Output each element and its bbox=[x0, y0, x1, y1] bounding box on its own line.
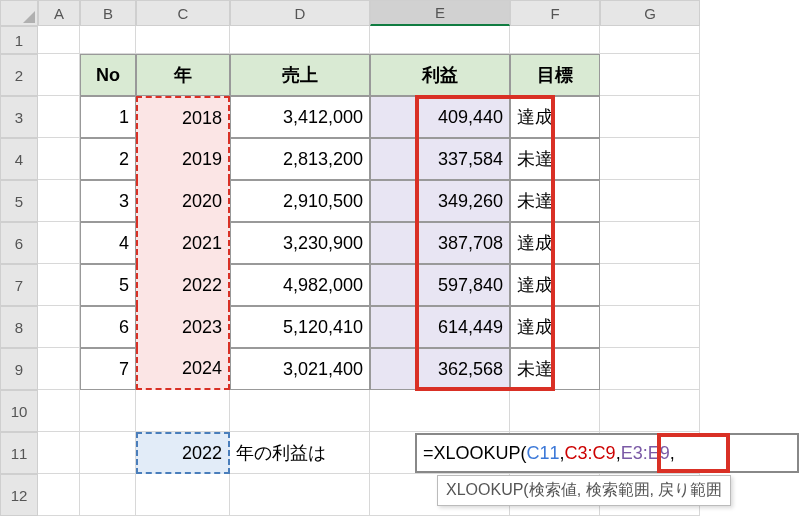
cell-G5[interactable] bbox=[600, 180, 700, 222]
cell-E10[interactable] bbox=[370, 390, 510, 432]
cell-C3[interactable]: 2018 bbox=[136, 96, 230, 138]
cell-A7[interactable] bbox=[38, 264, 80, 306]
cell-B3[interactable]: 1 bbox=[80, 96, 136, 138]
cell-E8[interactable]: 614,449 bbox=[370, 306, 510, 348]
cell-B12[interactable] bbox=[80, 474, 136, 516]
cell-E1[interactable] bbox=[370, 26, 510, 54]
cell-A9[interactable] bbox=[38, 348, 80, 390]
cell-D3[interactable]: 3,412,000 bbox=[230, 96, 370, 138]
cell-E5[interactable]: 349,260 bbox=[370, 180, 510, 222]
cell-C6[interactable]: 2021 bbox=[136, 222, 230, 264]
row-header-11[interactable]: 11 bbox=[0, 432, 38, 474]
cell-A4[interactable] bbox=[38, 138, 80, 180]
cell-C10[interactable] bbox=[136, 390, 230, 432]
row-header-7[interactable]: 7 bbox=[0, 264, 38, 306]
cell-A2[interactable] bbox=[38, 54, 80, 96]
col-header-E[interactable]: E bbox=[370, 0, 510, 26]
cell-B7[interactable]: 5 bbox=[80, 264, 136, 306]
cell-G9[interactable] bbox=[600, 348, 700, 390]
cell-A8[interactable] bbox=[38, 306, 80, 348]
cell-G1[interactable] bbox=[600, 26, 700, 54]
formula-token-arg2: C3:C9 bbox=[565, 443, 616, 464]
row-header-9[interactable]: 9 bbox=[0, 348, 38, 390]
cell-F3[interactable]: 達成 bbox=[510, 96, 600, 138]
cell-D11[interactable]: 年の利益は bbox=[230, 432, 370, 474]
row-header-8[interactable]: 8 bbox=[0, 306, 38, 348]
row-header-3[interactable]: 3 bbox=[0, 96, 38, 138]
cell-E7[interactable]: 597,840 bbox=[370, 264, 510, 306]
header-year[interactable]: 年 bbox=[136, 54, 230, 96]
row-header-4[interactable]: 4 bbox=[0, 138, 38, 180]
cell-E6[interactable]: 387,708 bbox=[370, 222, 510, 264]
cell-G7[interactable] bbox=[600, 264, 700, 306]
cell-F8[interactable]: 達成 bbox=[510, 306, 600, 348]
cell-C5[interactable]: 2020 bbox=[136, 180, 230, 222]
cell-A5[interactable] bbox=[38, 180, 80, 222]
cell-F7[interactable]: 達成 bbox=[510, 264, 600, 306]
col-header-C[interactable]: C bbox=[136, 0, 230, 26]
col-header-F[interactable]: F bbox=[510, 0, 600, 26]
cell-A11[interactable] bbox=[38, 432, 80, 474]
cell-C8[interactable]: 2023 bbox=[136, 306, 230, 348]
cell-C11[interactable]: 2022 bbox=[136, 432, 230, 474]
cell-G4[interactable] bbox=[600, 138, 700, 180]
cell-F6[interactable]: 達成 bbox=[510, 222, 600, 264]
cell-B6[interactable]: 4 bbox=[80, 222, 136, 264]
cell-F5[interactable]: 未達 bbox=[510, 180, 600, 222]
col-header-B[interactable]: B bbox=[80, 0, 136, 26]
header-no[interactable]: No bbox=[80, 54, 136, 96]
cell-C9[interactable]: 2024 bbox=[136, 348, 230, 390]
cell-G2[interactable] bbox=[600, 54, 700, 96]
cell-D5[interactable]: 2,910,500 bbox=[230, 180, 370, 222]
cell-D9[interactable]: 3,021,400 bbox=[230, 348, 370, 390]
cell-B1[interactable] bbox=[80, 26, 136, 54]
formula-edit-cell-E11[interactable]: =XLOOKUP(C11,C3:C9,E3:E9, bbox=[415, 433, 799, 473]
cell-G6[interactable] bbox=[600, 222, 700, 264]
cell-D12[interactable] bbox=[230, 474, 370, 516]
cell-C1[interactable] bbox=[136, 26, 230, 54]
cell-A10[interactable] bbox=[38, 390, 80, 432]
cell-E4[interactable]: 337,584 bbox=[370, 138, 510, 180]
cell-A3[interactable] bbox=[38, 96, 80, 138]
col-header-A[interactable]: A bbox=[38, 0, 80, 26]
header-target[interactable]: 目標 bbox=[510, 54, 600, 96]
cell-G10[interactable] bbox=[600, 390, 700, 432]
cell-F1[interactable] bbox=[510, 26, 600, 54]
select-all-corner[interactable] bbox=[0, 0, 38, 26]
cell-B5[interactable]: 3 bbox=[80, 180, 136, 222]
row-header-6[interactable]: 6 bbox=[0, 222, 38, 264]
cell-A1[interactable] bbox=[38, 26, 80, 54]
cell-C4[interactable]: 2019 bbox=[136, 138, 230, 180]
cell-B8[interactable]: 6 bbox=[80, 306, 136, 348]
cell-D7[interactable]: 4,982,000 bbox=[230, 264, 370, 306]
cell-D8[interactable]: 5,120,410 bbox=[230, 306, 370, 348]
cell-E3[interactable]: 409,440 bbox=[370, 96, 510, 138]
cell-F10[interactable] bbox=[510, 390, 600, 432]
header-profit[interactable]: 利益 bbox=[370, 54, 510, 96]
cell-E9[interactable]: 362,568 bbox=[370, 348, 510, 390]
cell-D10[interactable] bbox=[230, 390, 370, 432]
cell-C12[interactable] bbox=[136, 474, 230, 516]
cell-B4[interactable]: 2 bbox=[80, 138, 136, 180]
col-header-G[interactable]: G bbox=[600, 0, 700, 26]
row-header-5[interactable]: 5 bbox=[0, 180, 38, 222]
cell-D4[interactable]: 2,813,200 bbox=[230, 138, 370, 180]
cell-F9[interactable]: 未達 bbox=[510, 348, 600, 390]
cell-D1[interactable] bbox=[230, 26, 370, 54]
row-header-12[interactable]: 12 bbox=[0, 474, 38, 516]
cell-G3[interactable] bbox=[600, 96, 700, 138]
cell-F4[interactable]: 未達 bbox=[510, 138, 600, 180]
row-header-10[interactable]: 10 bbox=[0, 390, 38, 432]
row-header-2[interactable]: 2 bbox=[0, 54, 38, 96]
col-header-D[interactable]: D bbox=[230, 0, 370, 26]
header-sales[interactable]: 売上 bbox=[230, 54, 370, 96]
cell-A6[interactable] bbox=[38, 222, 80, 264]
cell-D6[interactable]: 3,230,900 bbox=[230, 222, 370, 264]
cell-B11[interactable] bbox=[80, 432, 136, 474]
cell-B9[interactable]: 7 bbox=[80, 348, 136, 390]
row-header-1[interactable]: 1 bbox=[0, 26, 38, 54]
cell-G8[interactable] bbox=[600, 306, 700, 348]
cell-C7[interactable]: 2022 bbox=[136, 264, 230, 306]
cell-A12[interactable] bbox=[38, 474, 80, 516]
cell-B10[interactable] bbox=[80, 390, 136, 432]
